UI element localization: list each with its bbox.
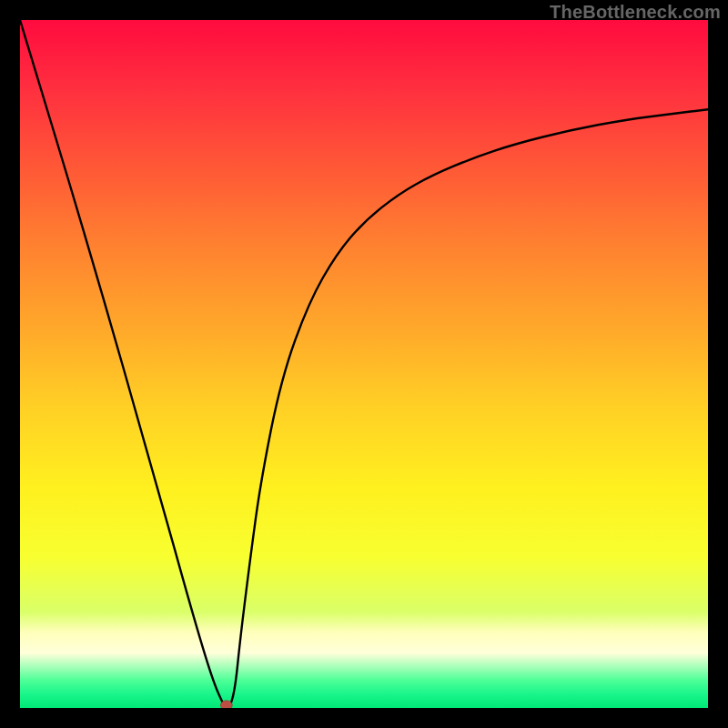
watermark-text: TheBottleneck.com [550,2,721,23]
minimum-marker [220,701,232,708]
chart-svg [20,20,708,708]
bottleneck-curve [20,20,708,708]
plot-frame [20,20,708,708]
chart-container: TheBottleneck.com [0,0,728,728]
